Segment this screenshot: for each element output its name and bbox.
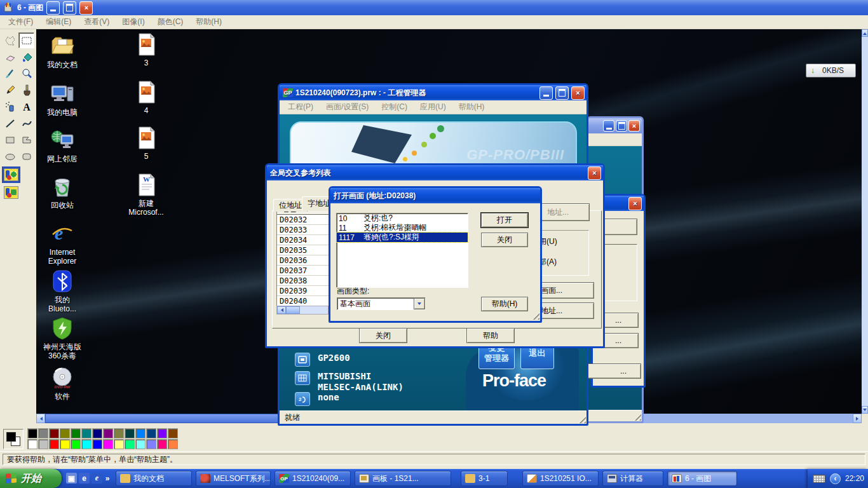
tray-collapse-chevron[interactable]: ‹ — [830, 473, 841, 484]
scroll-left-arrow[interactable] — [36, 414, 45, 423]
menu-colors[interactable]: 颜色(C) — [152, 15, 189, 29]
palette-swatch[interactable] — [103, 439, 113, 449]
palette-swatch[interactable] — [71, 428, 81, 438]
tool-option-opaque[interactable] — [2, 166, 20, 183]
scroll-left-arrow[interactable] — [277, 306, 286, 314]
bg-minimize-button[interactable] — [603, 120, 614, 132]
background-window-titlebar[interactable]: × — [588, 118, 642, 133]
screen-row[interactable]: 10 爻柺:也? — [337, 214, 468, 223]
screen-row-selected[interactable]: 1117 寋婍(也?:SJ楳搿 — [337, 233, 468, 242]
task-1s210240[interactable]: GP 1S210240(09... — [275, 471, 351, 486]
tool-curve-icon[interactable] — [18, 115, 34, 131]
palette-swatch[interactable] — [92, 439, 102, 449]
palette-swatch[interactable] — [114, 428, 124, 438]
scroll-up-arrow[interactable] — [862, 29, 868, 37]
tool-option-transparent[interactable] — [2, 184, 20, 201]
tool-text-icon[interactable]: A — [18, 98, 34, 114]
quicklaunch-media-icon[interactable]: e — [79, 473, 90, 484]
menu-help[interactable]: 帮助(H) — [190, 15, 227, 29]
palette-swatch[interactable] — [157, 439, 167, 449]
combo-dropdown-icon[interactable] — [414, 298, 425, 309]
desktop-icon-recycle-bin[interactable]: 回收站 — [37, 175, 87, 210]
menu-utility[interactable]: 应用(U) — [414, 100, 452, 114]
palette-swatch[interactable] — [146, 428, 156, 438]
quicklaunch-chevron[interactable]: » — [104, 473, 111, 484]
quicklaunch-ie-icon[interactable]: e — [92, 473, 102, 484]
menu-view[interactable]: 查看(V) — [78, 15, 115, 29]
bg-close-button[interactable]: × — [628, 120, 640, 132]
crossref-close-button[interactable]: × — [588, 166, 601, 180]
paint-minimize-button[interactable] — [46, 1, 60, 15]
scroll-down-arrow[interactable] — [862, 406, 868, 414]
tool-line-icon[interactable] — [2, 115, 18, 131]
desktop-icon-my-documents[interactable]: 我的文档 — [37, 34, 87, 69]
crossref-titlebar[interactable]: 全局交叉参考列表 × — [267, 165, 603, 180]
palette-swatch[interactable] — [103, 428, 113, 438]
tool-brush-icon[interactable] — [18, 82, 34, 98]
palette-swatch[interactable] — [60, 428, 70, 438]
tool-fill-icon[interactable] — [18, 49, 34, 65]
current-colors-indicator[interactable] — [3, 429, 24, 449]
task-melsoft[interactable]: MELSOFT系列... — [196, 471, 271, 486]
start-button[interactable]: 开始 — [0, 469, 62, 488]
task-drawing-board[interactable]: 画板 - 1S21... — [355, 471, 451, 486]
task-paint-active[interactable]: 6 - 画图 — [667, 471, 737, 486]
paint-vertical-scrollbar[interactable] — [862, 29, 868, 414]
tool-polygon-icon[interactable] — [18, 132, 34, 147]
scroll-thumb[interactable] — [286, 306, 300, 314]
paint-titlebar[interactable]: 6 - 画图 × — [0, 0, 868, 15]
desktop-icon-my-computer[interactable]: 我的电脑 — [37, 82, 87, 117]
palette-swatch[interactable] — [49, 439, 59, 449]
task-calculator[interactable]: 计算器 — [602, 471, 663, 486]
tool-eraser-icon[interactable] — [2, 49, 18, 65]
screen-row[interactable]: 11 爻柺:棉袄堦棗晒帼 — [337, 223, 468, 233]
desktop-icon-antivirus[interactable]: 神州天海版 360杀毒 — [37, 316, 87, 360]
palette-swatch[interactable] — [71, 439, 81, 449]
resize-grip[interactable] — [531, 311, 539, 320]
palette-swatch[interactable] — [135, 439, 146, 449]
desktop-icon-image-5[interactable]: 5 — [121, 126, 171, 161]
palette-swatch[interactable] — [38, 428, 48, 438]
palette-swatch[interactable] — [92, 428, 102, 438]
desktop-icon-dvd-software[interactable]: DVD-RW 软件 — [37, 366, 87, 401]
task-1s210251[interactable]: 1S210251 IO... — [522, 471, 599, 486]
paint-restore-button[interactable] — [63, 1, 76, 15]
partial-button[interactable]: ... — [580, 363, 641, 379]
address-list-hscrollbar[interactable] — [276, 306, 329, 315]
palette-swatch[interactable] — [38, 439, 48, 449]
open-button[interactable]: 打开 — [481, 213, 528, 227]
palette-swatch[interactable] — [60, 439, 70, 449]
task-folder-3-1[interactable]: 3-1 — [461, 471, 508, 486]
bg-dialog-close-button[interactable]: × — [628, 197, 642, 210]
palette-swatch[interactable] — [27, 439, 37, 449]
manager-close-button[interactable]: × — [571, 86, 585, 100]
menu-edit[interactable]: 编辑(E) — [40, 15, 77, 29]
close-button[interactable]: 关闭 — [481, 233, 528, 247]
palette-swatch[interactable] — [168, 428, 178, 438]
menu-control[interactable]: 控制(C) — [376, 100, 413, 114]
scroll-right-arrow[interactable] — [853, 414, 862, 423]
palette-swatch[interactable] — [114, 439, 124, 449]
tool-pencil-icon[interactable] — [2, 82, 18, 98]
desktop-icon-network-places[interactable]: 网上邻居 — [37, 128, 87, 163]
paint-close-button[interactable]: × — [79, 1, 93, 15]
desktop-icon-bluetooth[interactable]: 我的 Blueto... — [37, 269, 87, 313]
help-button[interactable]: 帮助(H) — [481, 297, 528, 311]
manager-minimize-button[interactable] — [539, 86, 553, 100]
tool-magnifier-icon[interactable] — [18, 65, 34, 81]
palette-swatch[interactable] — [157, 428, 167, 438]
palette-swatch[interactable] — [125, 439, 135, 449]
menu-help[interactable]: 帮助(H) — [453, 100, 491, 114]
resize-grip[interactable] — [578, 415, 586, 423]
crossref-help-btn[interactable]: 帮助 — [466, 328, 515, 343]
palette-swatch[interactable] — [81, 439, 92, 449]
palette-swatch[interactable] — [125, 428, 135, 438]
desktop-icon-image-3[interactable]: 3 — [121, 32, 171, 67]
screen-type-combobox[interactable]: 基本画面 — [337, 297, 426, 310]
manager-maximize-button[interactable] — [555, 86, 569, 100]
palette-swatch[interactable] — [49, 428, 59, 438]
bg-maximize-button[interactable] — [616, 120, 627, 132]
screen-listbox[interactable]: 10 爻柺:也? 11 爻柺:棉袄堦棗晒帼 1117 寋婍(也?:SJ楳搿 — [336, 213, 468, 288]
task-my-documents[interactable]: 我的文档 — [116, 471, 192, 486]
palette-swatch[interactable] — [168, 439, 178, 449]
